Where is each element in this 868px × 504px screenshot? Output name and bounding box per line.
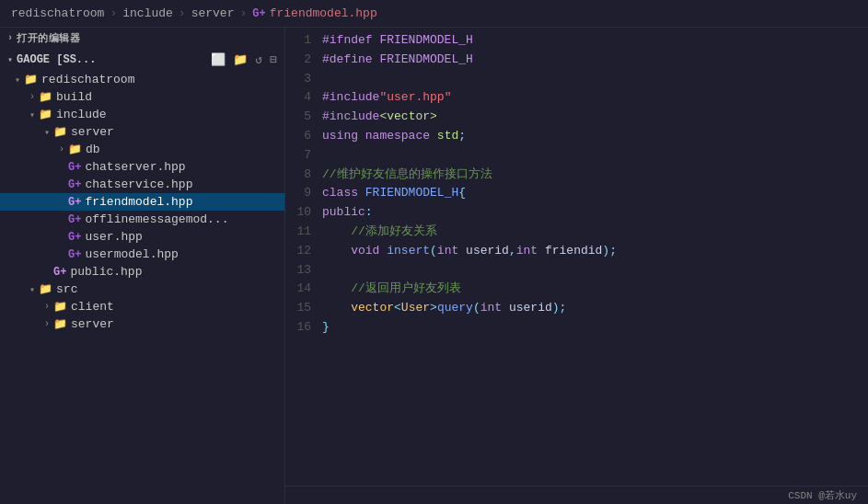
folder-icon-src-server: 📁 [53,317,67,331]
sidebar: › 打开的编辑器 ▾ GAOGE [SS... ⬜ 📁 ↺ ⊟ [0,28,285,504]
code-lines: #ifndef FRIENDMODEL_H #define FRIENDMODE… [322,31,868,482]
tree-item-offlinemessagemod[interactable]: › G+ offlinemessagemod... [0,211,284,228]
tree-item-build[interactable]: › 📁 build [0,88,284,106]
tree-item-usermodel[interactable]: › G+ usermodel.hpp [0,246,284,263]
tree-item-friendmodel[interactable]: › G+ friendmodel.hpp [0,193,284,211]
tree-item-chatserver[interactable]: › G+ chatserver.hpp [0,158,284,176]
folder-icon-include: 📁 [39,108,52,121]
folder-icon-server: 📁 [53,125,67,139]
open-editors-header[interactable]: › 打开的编辑器 [0,28,284,49]
refresh-icon[interactable]: ↺ [255,52,262,67]
workspace-arrow: ▾ [7,54,13,65]
code-line-8: //维护好友信息的操作接口方法 [322,166,853,185]
tree-label-offlinemessagemod: offlinemessagemod... [85,212,228,226]
cpp-icon-usermodel: G+ [68,248,81,261]
tree-label-friendmodel: friendmodel.hpp [85,195,192,209]
cpp-icon-public: G+ [53,266,66,279]
tree-label-src-server: server [71,317,114,331]
bc-part-2[interactable]: server [191,6,235,20]
folder-icon-client: 📁 [53,300,67,314]
tree-label-build: build [56,90,92,104]
bc-sep-1: › [179,6,186,20]
workspace-tools: ⬜ 📁 ↺ ⊟ [211,52,277,67]
folder-arrow-server: ▾ [44,127,50,138]
tree-label-usermodel: usermodel.hpp [85,247,178,261]
folder-arrow-client: › [44,302,50,312]
tree-label-public: public.hpp [70,265,142,279]
workspace-header: ▾ GAOGE [SS... ⬜ 📁 ↺ ⊟ [0,49,284,71]
editor-area: 1 2 3 4 5 6 7 8 9 10 11 12 13 14 [285,28,868,504]
tree-item-redischatroom[interactable]: ▾ 📁 redischatroom [0,71,284,88]
line-numbers: 1 2 3 4 5 6 7 8 9 10 11 12 13 14 [285,31,322,482]
folder-arrow-build: › [29,92,35,102]
code-line-2: #define FRIENDMODEL_H [322,51,853,70]
bc-sep-2: › [239,6,247,20]
folder-icon-src: 📁 [39,282,52,296]
cpp-icon-friendmodel: G+ [68,196,81,209]
open-editors-arrow: › [7,33,13,43]
tree-item-db[interactable]: › 📁 db [0,141,284,158]
status-text: CSDN @若水uy [788,488,857,502]
code-line-6: using namespace std; [322,127,853,146]
tree-item-include[interactable]: ▾ 📁 include [0,106,284,123]
tree-label-src: src [56,282,77,296]
code-line-3 [322,70,853,89]
bc-part-1[interactable]: include [122,6,173,20]
tree-item-chatservice[interactable]: › G+ chatservice.hpp [0,176,284,193]
tree-label-include: include [56,108,107,121]
tree-label-user: user.hpp [85,230,142,244]
code-line-1: #ifndef FRIENDMODEL_H [322,31,853,51]
code-line-11: //添加好友关系 [322,223,853,242]
workspace-label: GAOGE [SS... [17,53,96,66]
collapse-icon[interactable]: ⊟ [270,52,277,67]
folder-arrow-redischatroom: ▾ [15,74,20,86]
folder-arrow-src-server: › [44,319,50,329]
code-line-10: public: [322,203,853,223]
code-line-13 [322,261,853,281]
bc-part-3[interactable]: friendmodel.hpp [270,6,377,20]
code-line-15: vector<User>query(int userid); [322,299,853,318]
tree-item-src-server[interactable]: › 📁 server [0,315,284,333]
folder-arrow-src: ▾ [29,284,35,295]
folder-arrow-db: › [59,144,64,155]
bc-part-0[interactable]: redischatroom [11,6,104,20]
folder-icon-redischatroom: 📁 [24,73,38,86]
code-line-12: void insert(int userid,int friendid); [322,242,853,261]
code-line-9: class FRIENDMODEL_H{ [322,184,853,203]
tree-label-redischatroom: redischatroom [41,73,134,86]
tree-item-public[interactable]: › G+ public.hpp [0,263,284,281]
tree-item-client[interactable]: › 📁 client [0,298,284,315]
folder-icon-db: 📁 [68,143,82,156]
code-line-16: } [322,318,853,338]
cpp-icon-chatserver: G+ [68,161,81,174]
new-file-icon[interactable]: ⬜ [211,52,226,67]
bc-sep-0: › [110,6,117,20]
cpp-icon-user: G+ [68,231,81,244]
tree-item-src[interactable]: ▾ 📁 src [0,281,284,298]
folder-arrow-include: ▾ [29,109,35,120]
tree-label-chatserver: chatserver.hpp [85,160,185,174]
tree-item-server[interactable]: ▾ 📁 server [0,123,284,141]
code-line-5: #include<vector> [322,108,853,127]
code-line-7 [322,146,853,166]
cpp-icon-offlinemessagemod: G+ [68,213,81,226]
tree-label-chatservice: chatservice.hpp [85,178,192,191]
tree-item-user[interactable]: › G+ user.hpp [0,228,284,246]
code-line-14: //返回用户好友列表 [322,280,853,299]
bc-icon-cpp: G+ [252,7,265,20]
open-editors-label: 打开的编辑器 [17,31,80,45]
folder-icon-build: 📁 [39,90,52,104]
code-container: 1 2 3 4 5 6 7 8 9 10 11 12 13 14 [285,28,868,486]
code-line-4: #include"user.hpp" [322,88,853,108]
tree-label-client: client [71,300,114,314]
new-folder-icon[interactable]: 📁 [233,52,248,67]
breadcrumb: redischatroom › include › server › G+ fr… [0,0,868,28]
cpp-icon-chatservice: G+ [68,178,81,191]
tree-label-db: db [86,143,100,156]
tree-label-server: server [71,125,114,139]
